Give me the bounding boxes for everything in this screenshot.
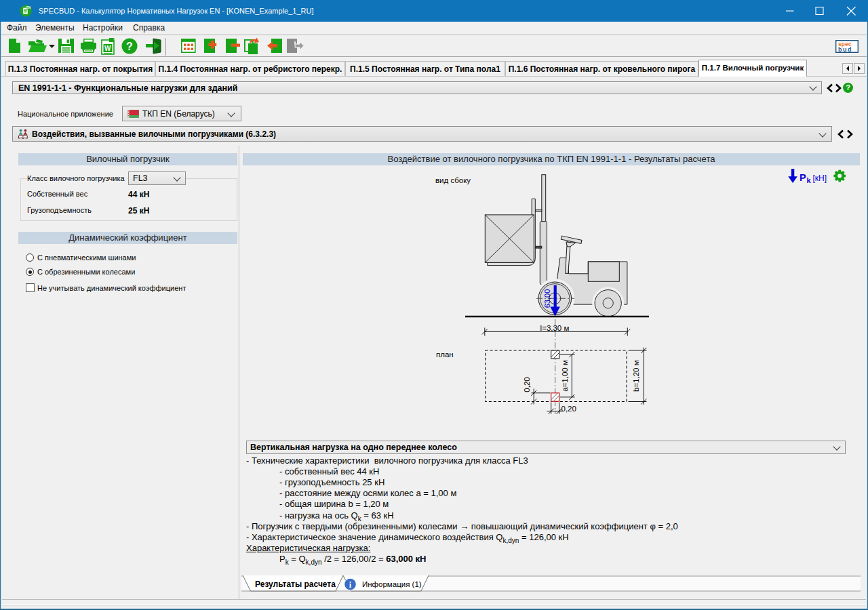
svg-text:0,20: 0,20 <box>523 377 531 392</box>
svg-text:Результаты расчета: Результаты расчета <box>255 580 336 589</box>
svg-text:W: W <box>104 45 111 52</box>
svg-text:P: P <box>800 172 806 183</box>
svg-text:EN: EN <box>26 6 31 9</box>
svg-text:вид сбоку: вид сбоку <box>435 176 471 184</box>
svg-text:l=3,30 м: l=3,30 м <box>540 324 570 332</box>
svg-text:k: k <box>807 176 812 184</box>
svg-text:a=1,00 м: a=1,00 м <box>561 360 569 392</box>
svg-text:0,20: 0,20 <box>561 405 576 413</box>
svg-text:?: ? <box>126 41 133 52</box>
svg-text:bud: bud <box>838 46 852 53</box>
svg-text:[кН]: [кН] <box>813 174 827 183</box>
svg-text:план: план <box>436 350 454 359</box>
svg-text:b=1,20 м: b=1,20 м <box>632 360 640 392</box>
svg-text:63,00: 63,00 <box>543 289 551 308</box>
svg-text:Информация (1): Информация (1) <box>362 580 422 588</box>
